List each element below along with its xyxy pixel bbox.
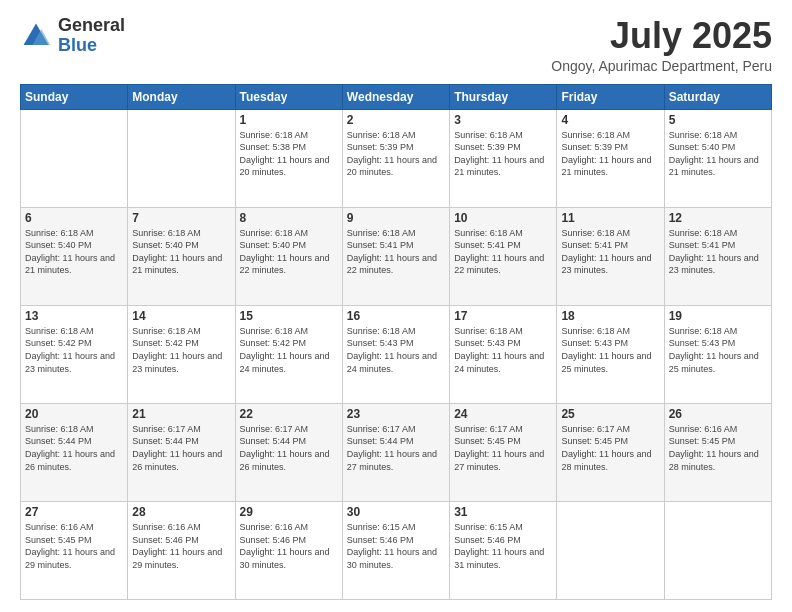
calendar-week-row: 27Sunrise: 6:16 AMSunset: 5:45 PMDayligh… <box>21 501 772 599</box>
calendar-cell: 21Sunrise: 6:17 AMSunset: 5:44 PMDayligh… <box>128 403 235 501</box>
title-location: Ongoy, Apurimac Department, Peru <box>551 58 772 74</box>
calendar-week-row: 6Sunrise: 6:18 AMSunset: 5:40 PMDaylight… <box>21 207 772 305</box>
calendar-week-row: 20Sunrise: 6:18 AMSunset: 5:44 PMDayligh… <box>21 403 772 501</box>
weekday-header: Tuesday <box>235 84 342 109</box>
day-number: 28 <box>132 505 230 519</box>
day-number: 25 <box>561 407 659 421</box>
calendar-cell <box>21 109 128 207</box>
day-number: 20 <box>25 407 123 421</box>
title-block: July 2025 Ongoy, Apurimac Department, Pe… <box>551 16 772 74</box>
day-info: Sunrise: 6:18 AMSunset: 5:42 PMDaylight:… <box>240 325 338 375</box>
day-number: 16 <box>347 309 445 323</box>
day-info: Sunrise: 6:18 AMSunset: 5:42 PMDaylight:… <box>25 325 123 375</box>
day-info: Sunrise: 6:18 AMSunset: 5:41 PMDaylight:… <box>454 227 552 277</box>
header: General Blue July 2025 Ongoy, Apurimac D… <box>20 16 772 74</box>
day-number: 12 <box>669 211 767 225</box>
day-info: Sunrise: 6:16 AMSunset: 5:46 PMDaylight:… <box>240 521 338 571</box>
day-number: 3 <box>454 113 552 127</box>
calendar-cell: 31Sunrise: 6:15 AMSunset: 5:46 PMDayligh… <box>450 501 557 599</box>
calendar-cell: 8Sunrise: 6:18 AMSunset: 5:40 PMDaylight… <box>235 207 342 305</box>
day-number: 15 <box>240 309 338 323</box>
day-number: 23 <box>347 407 445 421</box>
day-info: Sunrise: 6:18 AMSunset: 5:41 PMDaylight:… <box>561 227 659 277</box>
day-number: 22 <box>240 407 338 421</box>
day-info: Sunrise: 6:17 AMSunset: 5:44 PMDaylight:… <box>347 423 445 473</box>
weekday-header: Saturday <box>664 84 771 109</box>
calendar-cell: 13Sunrise: 6:18 AMSunset: 5:42 PMDayligh… <box>21 305 128 403</box>
calendar-cell <box>664 501 771 599</box>
day-number: 10 <box>454 211 552 225</box>
calendar-cell: 11Sunrise: 6:18 AMSunset: 5:41 PMDayligh… <box>557 207 664 305</box>
weekday-header-row: SundayMondayTuesdayWednesdayThursdayFrid… <box>21 84 772 109</box>
day-info: Sunrise: 6:18 AMSunset: 5:38 PMDaylight:… <box>240 129 338 179</box>
calendar-cell: 1Sunrise: 6:18 AMSunset: 5:38 PMDaylight… <box>235 109 342 207</box>
calendar-cell: 2Sunrise: 6:18 AMSunset: 5:39 PMDaylight… <box>342 109 449 207</box>
weekday-header: Thursday <box>450 84 557 109</box>
day-info: Sunrise: 6:17 AMSunset: 5:45 PMDaylight:… <box>454 423 552 473</box>
logo: General Blue <box>20 16 125 56</box>
day-number: 30 <box>347 505 445 519</box>
weekday-header: Sunday <box>21 84 128 109</box>
calendar-week-row: 1Sunrise: 6:18 AMSunset: 5:38 PMDaylight… <box>21 109 772 207</box>
calendar-cell: 5Sunrise: 6:18 AMSunset: 5:40 PMDaylight… <box>664 109 771 207</box>
day-number: 17 <box>454 309 552 323</box>
logo-icon <box>20 20 52 52</box>
day-info: Sunrise: 6:18 AMSunset: 5:40 PMDaylight:… <box>240 227 338 277</box>
page: General Blue July 2025 Ongoy, Apurimac D… <box>0 0 792 612</box>
calendar-table: SundayMondayTuesdayWednesdayThursdayFrid… <box>20 84 772 600</box>
day-number: 19 <box>669 309 767 323</box>
day-number: 5 <box>669 113 767 127</box>
day-number: 29 <box>240 505 338 519</box>
calendar-cell: 28Sunrise: 6:16 AMSunset: 5:46 PMDayligh… <box>128 501 235 599</box>
calendar-cell: 10Sunrise: 6:18 AMSunset: 5:41 PMDayligh… <box>450 207 557 305</box>
calendar-cell: 20Sunrise: 6:18 AMSunset: 5:44 PMDayligh… <box>21 403 128 501</box>
day-info: Sunrise: 6:17 AMSunset: 5:44 PMDaylight:… <box>132 423 230 473</box>
calendar-cell <box>128 109 235 207</box>
calendar-cell: 4Sunrise: 6:18 AMSunset: 5:39 PMDaylight… <box>557 109 664 207</box>
day-number: 4 <box>561 113 659 127</box>
day-number: 31 <box>454 505 552 519</box>
day-number: 11 <box>561 211 659 225</box>
calendar-cell: 23Sunrise: 6:17 AMSunset: 5:44 PMDayligh… <box>342 403 449 501</box>
calendar-cell <box>557 501 664 599</box>
day-number: 13 <box>25 309 123 323</box>
day-info: Sunrise: 6:18 AMSunset: 5:43 PMDaylight:… <box>454 325 552 375</box>
day-info: Sunrise: 6:18 AMSunset: 5:42 PMDaylight:… <box>132 325 230 375</box>
day-info: Sunrise: 6:15 AMSunset: 5:46 PMDaylight:… <box>347 521 445 571</box>
calendar-cell: 14Sunrise: 6:18 AMSunset: 5:42 PMDayligh… <box>128 305 235 403</box>
day-info: Sunrise: 6:16 AMSunset: 5:45 PMDaylight:… <box>25 521 123 571</box>
logo-blue: Blue <box>58 36 125 56</box>
day-number: 24 <box>454 407 552 421</box>
day-info: Sunrise: 6:18 AMSunset: 5:44 PMDaylight:… <box>25 423 123 473</box>
calendar-cell: 25Sunrise: 6:17 AMSunset: 5:45 PMDayligh… <box>557 403 664 501</box>
day-info: Sunrise: 6:18 AMSunset: 5:39 PMDaylight:… <box>454 129 552 179</box>
day-info: Sunrise: 6:18 AMSunset: 5:43 PMDaylight:… <box>347 325 445 375</box>
day-number: 7 <box>132 211 230 225</box>
calendar-cell: 27Sunrise: 6:16 AMSunset: 5:45 PMDayligh… <box>21 501 128 599</box>
day-number: 9 <box>347 211 445 225</box>
day-info: Sunrise: 6:18 AMSunset: 5:41 PMDaylight:… <box>669 227 767 277</box>
day-number: 27 <box>25 505 123 519</box>
day-info: Sunrise: 6:18 AMSunset: 5:43 PMDaylight:… <box>669 325 767 375</box>
day-info: Sunrise: 6:18 AMSunset: 5:39 PMDaylight:… <box>561 129 659 179</box>
calendar-cell: 9Sunrise: 6:18 AMSunset: 5:41 PMDaylight… <box>342 207 449 305</box>
weekday-header: Monday <box>128 84 235 109</box>
day-info: Sunrise: 6:18 AMSunset: 5:39 PMDaylight:… <box>347 129 445 179</box>
day-number: 21 <box>132 407 230 421</box>
calendar-cell: 12Sunrise: 6:18 AMSunset: 5:41 PMDayligh… <box>664 207 771 305</box>
day-number: 18 <box>561 309 659 323</box>
title-month: July 2025 <box>551 16 772 56</box>
logo-general: General <box>58 16 125 36</box>
day-info: Sunrise: 6:16 AMSunset: 5:46 PMDaylight:… <box>132 521 230 571</box>
day-info: Sunrise: 6:18 AMSunset: 5:43 PMDaylight:… <box>561 325 659 375</box>
calendar-cell: 30Sunrise: 6:15 AMSunset: 5:46 PMDayligh… <box>342 501 449 599</box>
calendar-cell: 15Sunrise: 6:18 AMSunset: 5:42 PMDayligh… <box>235 305 342 403</box>
calendar-cell: 18Sunrise: 6:18 AMSunset: 5:43 PMDayligh… <box>557 305 664 403</box>
weekday-header: Wednesday <box>342 84 449 109</box>
calendar-week-row: 13Sunrise: 6:18 AMSunset: 5:42 PMDayligh… <box>21 305 772 403</box>
calendar-cell: 17Sunrise: 6:18 AMSunset: 5:43 PMDayligh… <box>450 305 557 403</box>
day-number: 6 <box>25 211 123 225</box>
calendar-cell: 22Sunrise: 6:17 AMSunset: 5:44 PMDayligh… <box>235 403 342 501</box>
day-number: 2 <box>347 113 445 127</box>
day-info: Sunrise: 6:18 AMSunset: 5:41 PMDaylight:… <box>347 227 445 277</box>
